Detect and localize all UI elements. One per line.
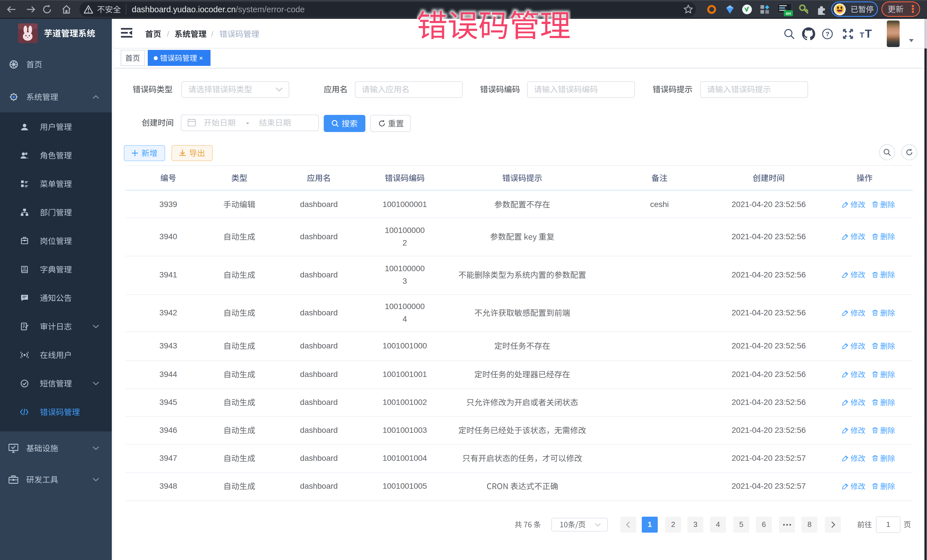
svg-text:T: T [860,31,864,39]
svg-text:?: ? [825,30,829,38]
svg-text:on: on [786,11,791,16]
svg-text:T: T [865,28,872,40]
